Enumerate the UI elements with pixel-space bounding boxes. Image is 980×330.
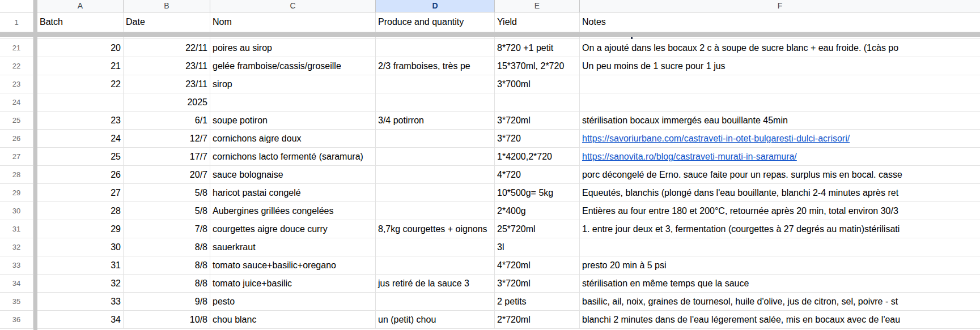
notes-link[interactable]: https://savoriurbane.com/castraveti-in-o… <box>582 134 850 144</box>
cell-c30[interactable]: Aubergines grillées congelées <box>210 202 376 220</box>
cell-a32[interactable]: 30 <box>37 238 124 256</box>
cell-d26[interactable] <box>376 130 495 147</box>
column-header-d-selected[interactable]: D <box>376 0 495 12</box>
cell-b22[interactable]: 23/11 <box>124 57 210 75</box>
cell-c33[interactable]: tomato sauce+basilic+oregano <box>210 256 376 274</box>
partial-cell-f[interactable] <box>580 37 980 38</box>
cell-c35[interactable]: pesto <box>210 293 376 310</box>
partial-row-number[interactable] <box>0 37 33 38</box>
row-number-34[interactable]: 34 <box>0 275 33 292</box>
cell-d36[interactable]: un (petit) chou <box>376 311 495 328</box>
partial-cell-d[interactable] <box>376 37 495 38</box>
cell-e35[interactable]: 2 petits <box>495 293 580 310</box>
cell-f32[interactable] <box>580 238 980 256</box>
cell-c32[interactable]: sauerkraut <box>210 238 376 256</box>
cell-c22[interactable]: gelée framboise/cassis/groseille <box>210 57 376 75</box>
row-number-32[interactable]: 32 <box>0 238 33 256</box>
column-header-c[interactable]: C <box>210 0 376 12</box>
partial-cell-a[interactable] <box>37 37 124 38</box>
cell-f21[interactable]: On a ajouté dans les bocaux 2 c à soupe … <box>580 39 980 57</box>
cell-f22[interactable]: Un peu moins de 1 sucre pour 1 jus <box>580 57 980 75</box>
row-number-23[interactable]: 23 <box>0 75 33 93</box>
cell-c28[interactable]: sauce bolognaise <box>210 166 376 183</box>
cell-e25[interactable]: 3*720ml <box>495 112 580 129</box>
select-all-corner[interactable] <box>0 0 33 12</box>
cell-f33[interactable]: presto 20 min à 5 psi <box>580 256 980 274</box>
cell-a36[interactable]: 34 <box>37 311 124 328</box>
frozen-column-divider[interactable] <box>33 0 37 330</box>
cell-c31[interactable]: courgettes aigre douce curry <box>210 220 376 238</box>
cell-a34[interactable]: 32 <box>37 275 124 292</box>
cell-b34[interactable]: 8/8 <box>124 275 210 292</box>
cell-b28[interactable]: 20/7 <box>124 166 210 183</box>
cell-c27[interactable]: cornichons lacto fermenté (saramura) <box>210 148 376 165</box>
row-number-22[interactable]: 22 <box>0 57 33 75</box>
cell-c1-column-title[interactable]: Nom <box>210 12 376 32</box>
cell-e26[interactable]: 3*720 <box>495 130 580 147</box>
cell-a26[interactable]: 24 <box>37 130 124 147</box>
cell-e27[interactable]: 1*4200,2*720 <box>495 148 580 165</box>
row-number-27[interactable]: 27 <box>0 148 33 165</box>
row-number-35[interactable]: 35 <box>0 293 33 310</box>
cell-b21[interactable]: 22/11 <box>124 39 210 57</box>
cell-c29[interactable]: haricot pastai congelé <box>210 184 376 202</box>
cell-a22[interactable]: 21 <box>37 57 124 75</box>
partial-cell-b[interactable] <box>124 37 210 38</box>
row-number-36[interactable]: 36 <box>0 311 33 328</box>
cell-a24[interactable] <box>37 93 124 111</box>
cell-f26[interactable]: https://savoriurbane.com/castraveti-in-o… <box>580 130 980 147</box>
cell-b36[interactable]: 10/8 <box>124 311 210 328</box>
row-number-26[interactable]: 26 <box>0 130 33 147</box>
cell-c24[interactable] <box>210 93 376 111</box>
frozen-row-divider[interactable] <box>0 32 980 37</box>
cell-d29[interactable] <box>376 184 495 202</box>
cell-f23[interactable] <box>580 75 980 93</box>
cell-b32[interactable]: 8/8 <box>124 238 210 256</box>
cell-e31[interactable]: 25*720ml <box>495 220 580 238</box>
cell-f1-column-title[interactable]: Notes <box>580 12 980 32</box>
cell-e23[interactable]: 3*700ml <box>495 75 580 93</box>
column-header-a[interactable]: A <box>37 0 124 12</box>
cell-d25[interactable]: 3/4 potirron <box>376 112 495 129</box>
cell-f36[interactable]: blanchi 2 minutes dans de l'eau légereme… <box>580 311 980 328</box>
cell-e21[interactable]: 8*720 +1 petit <box>495 39 580 57</box>
cell-b33[interactable]: 8/8 <box>124 256 210 274</box>
cell-e36[interactable]: 2*720ml <box>495 311 580 328</box>
cell-f30[interactable]: Entières au four entre 180 et 200°C, ret… <box>580 202 980 220</box>
cell-b26[interactable]: 12/7 <box>124 130 210 147</box>
cell-c25[interactable]: soupe potiron <box>210 112 376 129</box>
cell-b35[interactable]: 9/8 <box>124 293 210 310</box>
row-number-30[interactable]: 30 <box>0 202 33 220</box>
row-number-1[interactable]: 1 <box>0 12 33 32</box>
cell-d28[interactable] <box>376 166 495 183</box>
cell-b1-column-title[interactable]: Date <box>124 12 210 32</box>
partial-cell-e[interactable] <box>495 37 580 38</box>
cell-b24[interactable]: 2025 <box>124 93 210 111</box>
cell-d30[interactable] <box>376 202 495 220</box>
column-header-f[interactable]: F <box>580 0 980 12</box>
row-number-24[interactable]: 24 <box>0 93 33 111</box>
cell-b30[interactable]: 5/8 <box>124 202 210 220</box>
cell-f35[interactable]: basilic, ail, noix, graines de tournesol… <box>580 293 980 310</box>
cell-a27[interactable]: 25 <box>37 148 124 165</box>
row-number-21[interactable]: 21 <box>0 39 33 57</box>
cell-b27[interactable]: 17/7 <box>124 148 210 165</box>
column-header-b[interactable]: B <box>124 0 210 12</box>
cell-d35[interactable] <box>376 293 495 310</box>
cell-b23[interactable]: 23/11 <box>124 75 210 93</box>
cell-a31[interactable]: 29 <box>37 220 124 238</box>
cell-e30[interactable]: 2*400g <box>495 202 580 220</box>
cell-a1-column-title[interactable]: Batch <box>37 12 124 32</box>
row-number-25[interactable]: 25 <box>0 112 33 129</box>
cell-c36[interactable]: chou blanc <box>210 311 376 328</box>
cell-b29[interactable]: 5/8 <box>124 184 210 202</box>
cell-e1-column-title[interactable]: Yield <box>495 12 580 32</box>
row-number-33[interactable]: 33 <box>0 256 33 274</box>
cell-f31[interactable]: 1. entre jour deux et 3, fermentation (c… <box>580 220 980 238</box>
cell-d1-column-title[interactable]: Produce and quantity <box>376 12 495 32</box>
partial-cell-c[interactable] <box>210 37 376 38</box>
cell-c26[interactable]: cornichons aigre doux <box>210 130 376 147</box>
row-number-31[interactable]: 31 <box>0 220 33 238</box>
cell-a23[interactable]: 22 <box>37 75 124 93</box>
cell-a21[interactable]: 20 <box>37 39 124 57</box>
